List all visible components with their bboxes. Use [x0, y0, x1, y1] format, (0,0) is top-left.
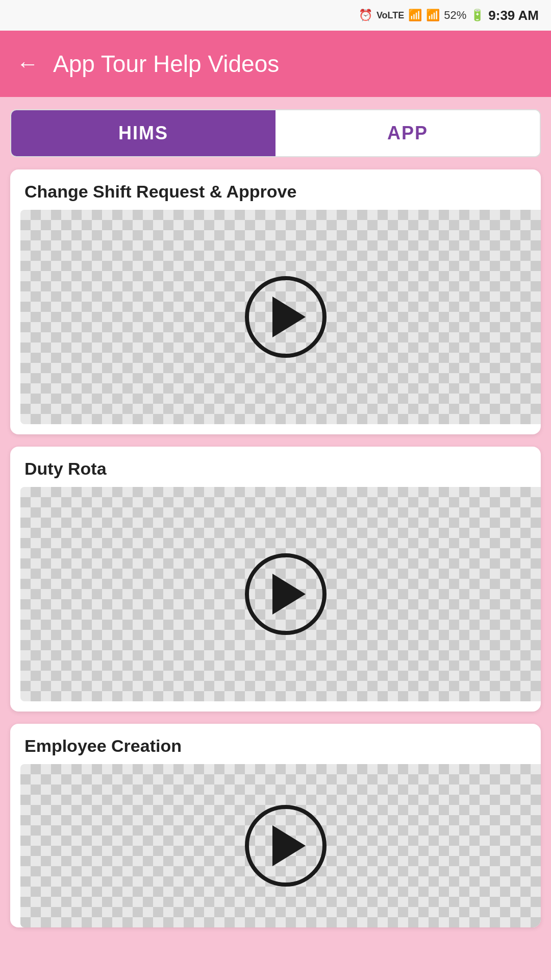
battery-icon: 🔋 [470, 9, 484, 22]
alarm-icon: ⏰ [359, 9, 372, 22]
video-card-2: Duty Rota [10, 447, 541, 712]
app-header: ← App Tour Help Videos [0, 31, 551, 97]
video-title-1: Change Shift Request & Approve [10, 169, 541, 210]
video-card-1: Change Shift Request & Approve [10, 169, 541, 434]
video-title-2: Duty Rota [10, 447, 541, 487]
status-bar: ⏰ VoLTE 📶 📶 52% 🔋 9:39 AM [0, 0, 551, 31]
tab-hims[interactable]: HIMS [11, 110, 276, 156]
wifi-icon: 📶 [408, 9, 422, 22]
play-icon-1 [272, 297, 306, 337]
play-button-1[interactable] [245, 276, 327, 358]
page-title: App Tour Help Videos [53, 50, 279, 78]
sim-icon: 📶 [426, 9, 440, 22]
back-button[interactable]: ← [16, 53, 39, 75]
play-button-3[interactable] [245, 805, 327, 887]
play-icon-3 [272, 825, 306, 866]
lte-icon: VoLTE [377, 10, 404, 21]
video-thumbnail-2[interactable] [20, 487, 541, 701]
status-time: 9:39 AM [488, 8, 539, 23]
video-card-3: Employee Creation [10, 724, 541, 927]
status-icons: ⏰ VoLTE 📶 📶 52% 🔋 9:39 AM [359, 8, 539, 23]
video-thumbnail-3[interactable] [20, 764, 541, 927]
play-icon-2 [272, 574, 306, 615]
video-title-3: Employee Creation [10, 724, 541, 764]
tab-switcher: HIMS APP [10, 109, 541, 157]
battery-percent: 52% [444, 9, 466, 22]
main-content: HIMS APP Change Shift Request & Approve … [0, 97, 551, 980]
video-thumbnail-1[interactable] [20, 210, 541, 424]
play-button-2[interactable] [245, 553, 327, 635]
tab-app[interactable]: APP [276, 110, 540, 156]
